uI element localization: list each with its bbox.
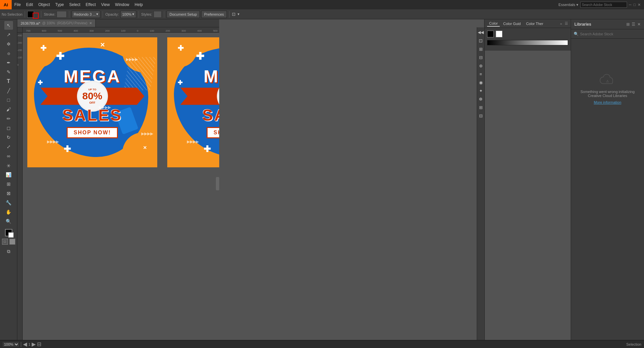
fill-tool[interactable] [5,229,12,236]
color-guide-tab[interactable]: Color Guid [501,21,523,26]
eraser-tool[interactable]: ◻ [4,124,13,132]
rect-tool[interactable]: □ [4,96,13,104]
right-banner[interactable]: ✚ ✚ ✚ ✚ ✕ ✕ ▶▶▶▶ ▶▶▶▶ ▶▶▶▶ ▶▶▶▶ MEGA UP … [167,37,219,167]
zoom-select[interactable]: 100% [3,342,19,347]
hand-tool[interactable]: ✋ [4,208,13,216]
color-tab[interactable]: Color [487,21,500,27]
crop-img-btn[interactable]: ⊡ [477,37,484,44]
add-anchor-tool[interactable]: ✎ [4,68,13,76]
slice-tool[interactable]: ⊠ [4,189,13,198]
menu-window[interactable]: Window [112,0,132,9]
menu-edit[interactable]: Edit [23,0,36,9]
lib-search-input[interactable] [580,32,641,36]
status-bar: 100% | ◀ 1 ▶ ⊟ Selection [0,340,644,348]
preferences-btn[interactable]: Preferences [201,11,227,18]
column-graph-tool[interactable]: 📊 [4,170,13,179]
transform-icon[interactable]: ⊡ [232,12,236,17]
panel-expand-btn[interactable]: » [560,22,562,26]
menu-object[interactable]: Object [36,0,53,9]
next-artboard-btn[interactable]: ▶ [32,341,36,347]
eyedropper-tool[interactable]: 🔧 [4,198,13,207]
tab-bar: 2636789.ai* @ 100% (RGB/GPU Preview) ✕ [17,19,219,27]
zoom-tool[interactable]: 🔍 [4,217,13,226]
toolbar: No Selection Stroke: Redondo 3 ... ▾ Opa… [0,9,644,19]
canvas-area[interactable]: 700 600 500 400 300 200 100 0 100 200 30… [17,27,219,340]
align-icon[interactable]: ▾ [238,12,240,16]
panel-menu-btn[interactable]: ☰ [565,21,568,26]
doc-setup-btn[interactable]: Document Setup [167,11,200,18]
embed-btn[interactable]: ⊞ [477,46,484,52]
blend-tool[interactable]: ∞ [4,152,13,160]
first-artboard-btn[interactable]: ⊟ [37,341,41,347]
selection-tool[interactable]: ↖ [4,21,13,30]
artboard-tool[interactable]: ⊞ [4,180,13,188]
layers-btn[interactable]: ⊞ [477,104,484,111]
tab-zoom: @ 100% [42,21,55,25]
normal-mode[interactable]: □ [2,239,8,245]
line-tool[interactable]: ╱ [4,86,13,95]
deco-plus-mid: ✚ [38,79,43,86]
color-gradient-bar[interactable] [487,40,568,45]
toolbar-sep-3 [69,11,69,18]
menu-effect[interactable]: Effect [83,0,98,9]
styles-swatch[interactable] [154,11,162,18]
expand-panels-btn[interactable]: ◀◀ [477,29,484,36]
artboard-num: 1 [28,342,30,346]
lib-grid-icon[interactable]: ⊞ [626,22,630,27]
shop-btn-left[interactable]: SHOP NOW! [67,127,118,138]
menu-bar: Ai File Edit Object Type Select Effect V… [0,0,644,9]
link-btn[interactable]: ⊟ [477,54,484,61]
stroke-swatch[interactable] [33,13,39,19]
shop-btn-right[interactable]: SHOP NOW! [207,127,219,138]
cc-libraries-btn[interactable]: ⊟ [477,112,484,119]
close-btn[interactable]: ✕ [638,3,641,7]
libraries-error-text: Something went wrong initializing Creati… [578,90,637,98]
menu-select[interactable]: Select [67,0,83,9]
menu-help[interactable]: Help [132,0,146,9]
deco-plus-bot: ✚ [64,144,71,154]
direct-select-tool[interactable]: ↗ [4,30,13,39]
gradient-mode[interactable] [9,239,15,245]
menu-view[interactable]: View [99,0,113,9]
more-information-link[interactable]: More information [594,100,621,104]
char-panel-btn[interactable]: ☸ [477,96,484,102]
lib-list-icon[interactable]: ☰ [632,22,635,27]
lib-close-icon[interactable]: ✕ [637,22,641,27]
ai-logo: Ai [0,0,12,9]
stroke-weight-input[interactable] [57,11,67,18]
prev-artboard-btn[interactable]: ◀ [23,341,27,347]
lasso-tool[interactable]: ⌾ [4,49,13,58]
toolbar-sep-6 [164,11,164,18]
minimize-btn[interactable]: ─ [629,3,632,7]
opacity-input[interactable]: 100% ▾ [120,11,136,18]
tool-status: Selection [626,342,641,346]
black-swatch[interactable] [487,31,494,37]
rotate-tool[interactable]: ↻ [4,133,13,142]
symbol-tool[interactable]: ⚹ [4,161,13,170]
menu-file[interactable]: File [12,0,23,9]
pencil-tool[interactable]: ✏ [4,114,13,123]
pathfinder-btn[interactable]: ◉ [477,79,484,86]
arrange-icon[interactable]: ⧉ [4,247,13,256]
color-panel-content [484,28,571,51]
scale-tool[interactable]: ⤢ [4,142,13,151]
restore-btn[interactable]: □ [633,3,636,7]
deco-plus-r-tl: ✚ [178,44,184,53]
font-selector[interactable]: Redondo 3 ... ▾ [72,11,100,18]
left-banner[interactable]: ✚ ✚ ✚ ✚ ✕ ✕ ▶▶▶▶ ▶▶▶▶ ▶▶▶▶ ▶▶▶▶ MEGA [27,37,157,167]
white-swatch[interactable] [496,31,502,37]
search-stock-input[interactable] [580,2,627,8]
document-tab[interactable]: 2636789.ai* @ 100% (RGB/GPU Preview) ✕ [17,19,96,27]
ruler-left: -400-300-200 -1000 [17,33,23,340]
transform-btn[interactable]: ✦ [477,87,484,94]
menu-type[interactable]: Type [53,0,67,9]
arrange-btn[interactable]: ⊕ [477,62,484,69]
magic-wand-tool[interactable]: ✲ [4,40,13,48]
align-dist-btn[interactable]: ≡ [477,71,484,77]
type-tool[interactable]: T [4,77,13,86]
color-ther-tab[interactable]: Color Ther [524,21,545,26]
pen-tool[interactable]: ✒ [4,58,13,67]
tab-close-btn[interactable]: ✕ [89,21,92,25]
scroll-handle[interactable] [216,177,219,190]
paintbrush-tool[interactable]: 🖌 [4,105,13,114]
